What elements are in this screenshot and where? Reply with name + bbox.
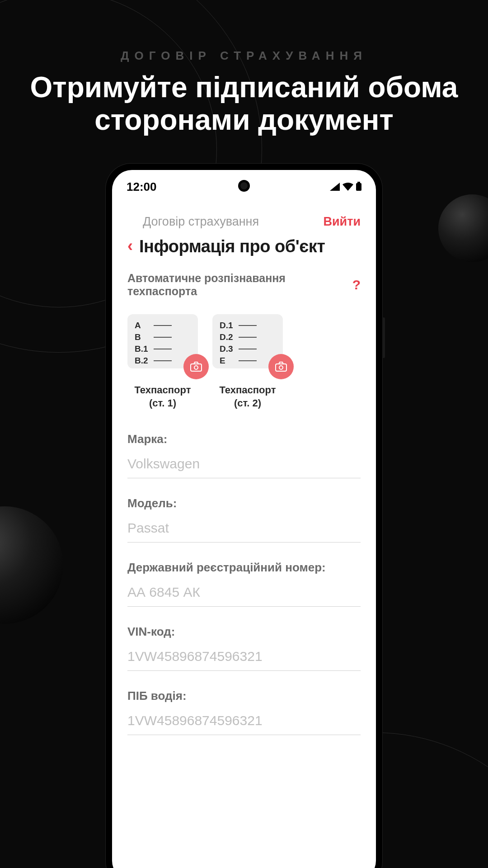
phone-screen: 12:00 Договір страхування Вийти ‹ [112, 170, 376, 868]
svg-rect-0 [357, 182, 360, 183]
card-dash [154, 325, 172, 326]
decor-sphere [0, 506, 63, 624]
upload-cards-row: A B B.1 B.2 Техпаспорт (ст. 1) [127, 314, 361, 410]
field-driver-name: ПІБ водія: [127, 689, 361, 735]
field-label: ПІБ водія: [127, 689, 361, 703]
breadcrumb: Договір страхування [127, 215, 259, 229]
battery-icon [356, 180, 361, 194]
card-caption-line: (ст. 2) [212, 397, 283, 410]
model-input[interactable] [127, 518, 361, 542]
card-dash [239, 349, 257, 349]
svg-rect-4 [276, 364, 286, 371]
field-brand: Марка: [127, 432, 361, 478]
brand-input[interactable] [127, 453, 361, 478]
upload-card-page2[interactable]: D.1 D.2 D.3 E Техпаспорт (ст. 2) [212, 314, 283, 410]
headline-text: Отримуйте підписаний обома сторонами док… [0, 71, 488, 136]
card-key: B [135, 332, 149, 342]
svg-rect-1 [356, 183, 361, 191]
page-title: Інформація про об'єкт [139, 237, 325, 256]
help-icon[interactable]: ? [352, 277, 361, 292]
card-dash [239, 360, 257, 361]
camera-icon[interactable] [183, 354, 209, 379]
vin-input[interactable] [127, 646, 361, 671]
svg-rect-2 [191, 364, 202, 371]
card-dash [154, 349, 172, 349]
field-model: Модель: [127, 496, 361, 542]
card-key: B.1 [135, 344, 149, 354]
plate-input[interactable] [127, 582, 361, 607]
app-content: Договір страхування Вийти ‹ Інформація п… [112, 198, 376, 735]
driver-name-input[interactable] [127, 710, 361, 735]
field-vin: VIN-код: [127, 625, 361, 671]
card-dash [154, 337, 172, 338]
eyebrow-text: ДОГОВІР СТРАХУВАННЯ [0, 49, 488, 63]
field-plate: Державний реєстраційний номер: [127, 561, 361, 607]
card-caption-line: (ст. 1) [127, 397, 198, 410]
card-key: D.3 [220, 344, 234, 354]
card-key: D.2 [220, 332, 234, 342]
card-key: B.2 [135, 356, 149, 366]
section-label: Автоматичне розпізнавання техпаспорта [127, 272, 352, 298]
camera-icon[interactable] [268, 354, 294, 379]
field-label: VIN-код: [127, 625, 361, 639]
card-key: D.1 [220, 321, 234, 330]
card-key: A [135, 321, 149, 330]
phone-camera-cutout [238, 180, 250, 192]
upload-card-page1[interactable]: A B B.1 B.2 Техпаспорт (ст. 1) [127, 314, 198, 410]
svg-point-5 [279, 366, 283, 369]
wifi-icon [343, 180, 353, 194]
signal-icon [330, 180, 340, 194]
card-key: E [220, 356, 234, 366]
field-label: Державний реєстраційний номер: [127, 561, 361, 575]
card-dash [239, 325, 257, 326]
svg-point-3 [194, 366, 198, 369]
field-label: Марка: [127, 432, 361, 446]
card-caption-line: Техпаспорт [127, 384, 198, 397]
phone-side-button [382, 317, 385, 358]
status-time: 12:00 [127, 180, 157, 194]
card-caption-line: Техпаспорт [212, 384, 283, 397]
field-label: Модель: [127, 496, 361, 510]
card-dash [239, 337, 257, 338]
phone-frame: 12:00 Договір страхування Вийти ‹ [106, 164, 382, 868]
decor-sphere [438, 194, 488, 262]
exit-button[interactable]: Вийти [323, 215, 361, 229]
back-chevron-icon[interactable]: ‹ [127, 238, 133, 254]
card-dash [154, 360, 172, 361]
